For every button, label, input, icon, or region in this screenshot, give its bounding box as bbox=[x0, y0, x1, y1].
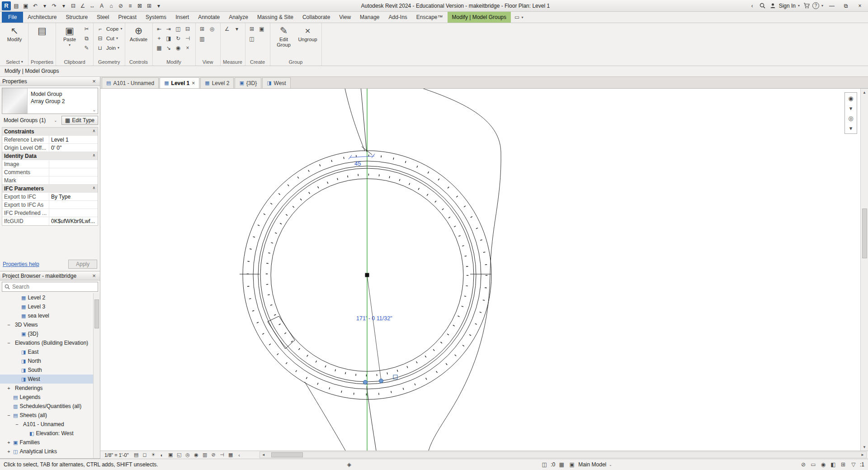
vertical-scroll-thumb[interactable] bbox=[862, 209, 867, 258]
close-view-icon[interactable]: × bbox=[192, 80, 195, 86]
move-icon[interactable]: + bbox=[155, 34, 164, 43]
trim-extend-icon[interactable]: ⊣ bbox=[184, 34, 192, 43]
temporary-view-properties-icon[interactable]: ▥ bbox=[201, 451, 209, 459]
edit-type-button[interactable]: ▦ Edit Type bbox=[61, 116, 98, 125]
offset-icon[interactable]: ⇥ bbox=[165, 24, 173, 33]
property-row[interactable]: IFC Parameters bbox=[2, 185, 98, 193]
tree-item[interactable]: + ◫ Analytical Links bbox=[0, 447, 93, 456]
dimension-radius-value[interactable]: 171' - 0 11/32" bbox=[356, 315, 392, 322]
cut-geometry-button[interactable]: ⊟ Cut bbox=[96, 34, 118, 43]
close-button[interactable]: × bbox=[854, 1, 866, 11]
cart-icon[interactable] bbox=[802, 1, 811, 10]
revit-logo[interactable]: R bbox=[2, 1, 11, 10]
ribbon-tab[interactable]: Precast bbox=[113, 12, 141, 23]
drag-on-selection-icon[interactable]: ⊞ bbox=[839, 461, 847, 469]
horizontal-scrollbar[interactable]: ◄ ► bbox=[259, 451, 867, 458]
help-caret-icon[interactable]: ▾ bbox=[821, 4, 824, 8]
align-icon[interactable]: ⇤ bbox=[155, 24, 164, 33]
sign-in-button[interactable]: Sign In bbox=[779, 3, 796, 9]
restore-button[interactable]: ⧉ bbox=[840, 1, 852, 11]
create-assembly-icon[interactable]: ◫ bbox=[248, 34, 256, 43]
horizontal-scroll-thumb[interactable] bbox=[271, 452, 303, 457]
tree-item[interactable]: − Elevations (Building Elevation) bbox=[0, 338, 93, 347]
vertical-scrollbar[interactable]: ▲ ▼ bbox=[860, 89, 868, 451]
ribbon-tab[interactable]: Steel bbox=[92, 12, 113, 23]
property-row[interactable]: Constraints bbox=[2, 128, 98, 136]
browser-search-box[interactable] bbox=[2, 282, 98, 292]
worksharing-display-icon[interactable]: ▦ bbox=[227, 451, 235, 459]
ribbon-tab[interactable]: Annotate bbox=[193, 12, 224, 23]
tree-expander[interactable]: − bbox=[6, 340, 11, 346]
view-tab[interactable]: ▣ {3D} bbox=[235, 77, 261, 88]
type-selector-caret-icon[interactable]: ⌄ bbox=[92, 108, 96, 112]
ribbon-tab[interactable]: Modify | Model Groups bbox=[448, 12, 511, 23]
ribbon-tab[interactable]: Massing & Site bbox=[253, 12, 298, 23]
apply-button[interactable]: Apply bbox=[68, 260, 97, 269]
paste-button[interactable]: ▣ Paste bbox=[58, 24, 81, 47]
override-graphics-icon[interactable]: ▥ bbox=[198, 34, 207, 43]
browser-scrollbar[interactable] bbox=[93, 293, 100, 458]
property-value[interactable]: 0K$ufWKbr9Lwf... bbox=[49, 218, 98, 224]
tree-item[interactable]: + Renderings bbox=[0, 384, 93, 393]
undo-icon[interactable]: ↶ bbox=[31, 1, 40, 10]
ribbon-tab[interactable]: Insert bbox=[171, 12, 193, 23]
text-icon[interactable]: A bbox=[97, 1, 106, 10]
selected-element-handles[interactable] bbox=[363, 375, 398, 385]
scroll-right-icon[interactable]: ► bbox=[859, 452, 866, 458]
print-icon[interactable]: ⊟ bbox=[69, 1, 78, 10]
crop-view-icon[interactable]: ▣ bbox=[167, 451, 175, 459]
sun-path-icon[interactable]: ☀ bbox=[150, 451, 157, 459]
sign-in-caret-icon[interactable]: ▾ bbox=[797, 4, 801, 8]
zoom-icon[interactable]: ◎ bbox=[845, 114, 856, 123]
scroll-down-icon[interactable]: ▼ bbox=[861, 444, 868, 450]
tree-item[interactable]: ▣ {3D} bbox=[0, 329, 93, 338]
pin-icon[interactable]: ◉ bbox=[174, 43, 183, 52]
close-icon[interactable]: × bbox=[90, 78, 98, 85]
save-icon[interactable]: ▣ bbox=[21, 1, 30, 10]
reveal-hidden-icon[interactable]: ◉ bbox=[193, 451, 200, 459]
match-type-icon[interactable]: ✎ bbox=[82, 43, 91, 52]
rotate-icon[interactable]: ↻ bbox=[174, 34, 183, 43]
ribbon-tab[interactable]: Systems bbox=[141, 12, 171, 23]
tree-item[interactable]: ◨ South bbox=[0, 366, 93, 375]
tree-item[interactable]: ◨ North bbox=[0, 356, 93, 366]
default-3d-view-icon[interactable]: ⌂ bbox=[107, 1, 116, 10]
select-by-face-icon[interactable]: ◧ bbox=[829, 461, 837, 469]
dimension-top[interactable]: 45 bbox=[349, 154, 375, 167]
redo-icon[interactable]: ↷ bbox=[50, 1, 59, 10]
tree-item[interactable]: − 3D Views bbox=[0, 320, 93, 329]
collapse-icon[interactable]: ‹ bbox=[748, 1, 757, 10]
tree-item[interactable]: ◨ East bbox=[0, 347, 93, 356]
property-row[interactable]: Identity Data bbox=[2, 152, 98, 160]
close-hidden-windows-icon[interactable]: ⊠ bbox=[135, 1, 144, 10]
section-icon[interactable]: ⊘ bbox=[116, 1, 125, 10]
property-value[interactable]: Level 1 bbox=[49, 137, 98, 143]
tree-expander[interactable]: + bbox=[6, 385, 11, 391]
property-row[interactable]: Comments bbox=[2, 168, 98, 176]
property-row[interactable]: Image bbox=[2, 160, 98, 168]
join-geometry-button[interactable]: ⊔ Join bbox=[96, 43, 119, 52]
measure-menu-icon[interactable]: ▾ bbox=[233, 24, 241, 33]
property-value[interactable]: 0' 0" bbox=[49, 145, 98, 151]
tree-expander[interactable]: − bbox=[6, 322, 11, 328]
steering-wheel-menu-icon[interactable]: ▾ bbox=[845, 104, 856, 113]
view-tab[interactable]: ▤ A101 - Unnamed bbox=[102, 77, 159, 88]
modify-button[interactable]: ↖ Modify bbox=[3, 24, 26, 42]
measure-tool-icon[interactable]: ∠ bbox=[223, 24, 231, 33]
reveal-constraints-icon[interactable]: ⊣ bbox=[218, 451, 226, 459]
group-origin-point[interactable] bbox=[365, 273, 369, 277]
drawing-viewport[interactable]: 45 171' - 0 11/32" ◉▾◎▾ ▲ ▼ bbox=[100, 89, 868, 451]
scale-icon[interactable]: ↘ bbox=[165, 43, 173, 52]
mirror-axis-icon[interactable]: ◫ bbox=[174, 24, 183, 33]
detail-level-icon[interactable]: ▤ bbox=[132, 451, 140, 459]
steering-wheel-icon[interactable]: ◉ bbox=[845, 94, 856, 103]
search-icon[interactable] bbox=[758, 1, 767, 10]
copy-to-clipboard-icon[interactable]: ⧉ bbox=[82, 34, 91, 43]
browser-scroll-thumb[interactable] bbox=[94, 299, 99, 328]
user-icon[interactable] bbox=[769, 1, 778, 10]
cope-button[interactable]: ⌐ Cope bbox=[96, 24, 123, 33]
tree-item[interactable]: ▤ Legends bbox=[0, 393, 93, 402]
undo-menu-icon[interactable]: ▾ bbox=[40, 1, 49, 10]
tree-item[interactable]: ◧ Elevation: West bbox=[0, 429, 93, 438]
view-tab[interactable]: ◨ West bbox=[262, 77, 291, 88]
